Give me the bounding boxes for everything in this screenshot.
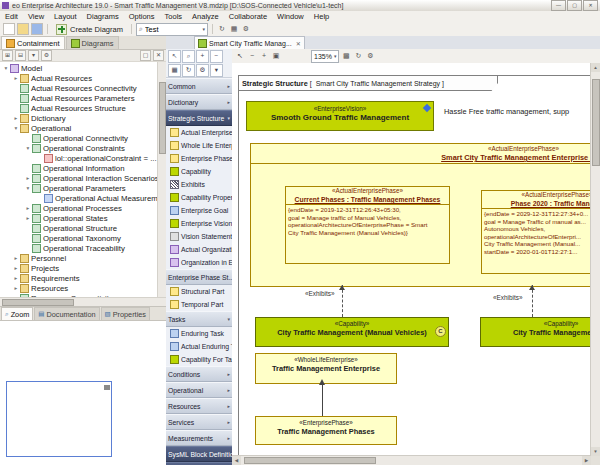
menu-tools[interactable]: Tools (160, 12, 188, 21)
diagram-settings-icon[interactable]: ⚙ (365, 51, 375, 61)
scrollbar-thumb[interactable] (244, 457, 376, 464)
tree-item[interactable]: Actual Resources Connectivity (0, 83, 166, 93)
collapse-icon[interactable]: ▾ (24, 185, 32, 191)
capability-right-node[interactable]: «Capability» City Traffic Management (M … (480, 317, 591, 347)
actual-enterprise-phase-container[interactable]: «ActualEnterprisePhase» Smart City Traff… (250, 143, 591, 287)
refresh-icon[interactable]: ↻ (353, 51, 363, 61)
tab-containment[interactable]: Containment (1, 36, 65, 49)
vision-statement-text[interactable]: Hassle Free traffic management, supp (444, 107, 591, 116)
new-project-icon[interactable] (3, 23, 15, 35)
caret-down-icon[interactable]: ▾ (202, 26, 205, 32)
palette-section-sysml-block-definition[interactable]: SysML Block Definitio▸ (166, 446, 232, 462)
palette-section-conditions[interactable]: Conditions▸ (166, 366, 232, 382)
palette-item-organization-in-enterprise[interactable]: Organization in E... (166, 256, 232, 269)
palette-item-vision-statement[interactable]: Vision Statement (166, 230, 232, 243)
whole-life-enterprise-node[interactable]: «WholeLifeEnterprise» Traffic Management… (255, 353, 397, 384)
palette-section-tasks[interactable]: Tasks▾ (166, 311, 232, 327)
palette-section-operational[interactable]: Operational▸ (166, 382, 232, 398)
open-project-icon[interactable] (17, 23, 29, 35)
expand-icon[interactable]: ▸ (12, 285, 20, 291)
canvas-horizontal-scrollbar[interactable]: ◀ ▶ (232, 455, 591, 465)
tree-item[interactable]: Operational Connectivity (0, 133, 166, 143)
tree-item[interactable]: ▾Operational (0, 123, 166, 133)
enterprise-phase-node[interactable]: «EnterprisePhase» Traffic Management Pha… (255, 416, 397, 445)
tree-item[interactable]: Operational Actual Measurements (.slks) (0, 193, 166, 203)
zoom-level-combo[interactable]: 135% ▾ (311, 50, 339, 63)
palette-item-enterprise-phase[interactable]: Enterprise Phase (166, 152, 232, 165)
menu-window[interactable]: Window (272, 12, 309, 21)
tree-item[interactable]: Operational Information (0, 163, 166, 173)
expand-icon[interactable]: ▸ (12, 265, 20, 271)
pointer-tool-icon[interactable]: ↖ (168, 50, 181, 63)
quick-search-box[interactable]: ⌕ ▾ (136, 23, 208, 36)
grid-toggle-icon[interactable]: ▩ (341, 51, 351, 61)
palette-item-enterprise-vision[interactable]: Enterprise Vision (166, 217, 232, 230)
close-button[interactable]: ✕ (583, 0, 598, 11)
tree-item[interactable]: Operational Structure (0, 223, 166, 233)
palette-item-actual-enterprise-phase[interactable]: Actual Enterprise P... (166, 126, 232, 139)
scroll-up-icon[interactable]: ▲ (591, 63, 600, 72)
settings-tool-icon[interactable]: ⚙ (196, 64, 209, 77)
undo-icon[interactable]: ↻ (217, 24, 227, 34)
expand-icon[interactable]: ▸ (24, 205, 32, 211)
palette-section-strategic-structure[interactable]: Strategic Structure▾ (166, 110, 232, 126)
expand-icon[interactable]: ▸ (12, 275, 20, 281)
tree-item[interactable]: ▸Resources (0, 283, 166, 293)
current-phases-node[interactable]: «ActualEnterprisePhase» Current Phases :… (285, 186, 450, 264)
phase-structure-edge[interactable] (322, 381, 323, 416)
tree-item[interactable]: ▸Operational States (0, 213, 166, 223)
palette-item-structural-part[interactable]: Structural Part (166, 285, 232, 298)
menu-layout[interactable]: Layout (49, 12, 82, 21)
tab-zoom[interactable]: ⌕Zoom (1, 307, 33, 320)
scroll-left-icon[interactable]: ◀ (232, 456, 241, 465)
palette-item-capability-for-task[interactable]: Capability For Task (166, 353, 232, 366)
menu-options[interactable]: Options (124, 12, 160, 21)
close-tab-icon[interactable]: ✕ (296, 40, 301, 47)
palette-item-capability-property[interactable]: Capability Property (166, 191, 232, 204)
menu-view[interactable]: View (23, 12, 49, 21)
collapse-icon[interactable]: ▾ (24, 145, 32, 151)
refresh-tool-icon[interactable]: ↻ (182, 64, 195, 77)
palette-section-resources[interactable]: Resources▸ (166, 398, 232, 414)
palette-item-exhibits[interactable]: Exhibits (166, 178, 232, 191)
tab-documentation[interactable]: ▤Documentation (34, 307, 99, 320)
palette-section-enterprise-phase-structure[interactable]: Enterprise Phase St...▾ (166, 269, 232, 285)
collapse-icon[interactable]: ▾ (2, 65, 10, 71)
palette-section-common[interactable]: Common▸ (166, 78, 232, 94)
menu-collaborate[interactable]: Collaborate (224, 12, 272, 21)
grid-icon[interactable]: ▦ (229, 24, 239, 34)
tree-item[interactable]: ▸Actual Resources (0, 73, 166, 83)
enterprise-vision-node[interactable]: «EnterpriseVision» Smooth Ground Traffic… (246, 101, 434, 131)
expand-icon[interactable]: ▸ (12, 75, 20, 81)
create-diagram-button[interactable]: Create Diagram (52, 23, 127, 36)
zoom-out-tool-icon[interactable]: − (210, 50, 223, 63)
minimize-button[interactable]: — (551, 0, 566, 11)
menu-edit[interactable]: Edit (0, 12, 23, 21)
filter-tool-icon[interactable]: ▾ (210, 64, 223, 77)
collapse-all-icon[interactable]: ⊟ (15, 50, 26, 61)
scrollbar-thumb[interactable] (592, 79, 600, 166)
settings-icon[interactable]: ⚙ (241, 24, 251, 34)
tree-item[interactable]: lol::operationalConstraint = ... (0, 153, 166, 163)
tree-settings-icon[interactable]: ⚙ (41, 50, 52, 61)
tree-item[interactable]: ▾Operational Parameters (0, 183, 166, 193)
tree-item[interactable]: ▸Requirements (0, 273, 166, 283)
palette-item-enduring-task[interactable]: Enduring Task (166, 327, 232, 340)
tree-item[interactable]: Actual Resources Structure (0, 103, 166, 113)
tab-diagrams[interactable]: Diagrams (66, 36, 119, 49)
scroll-right-icon[interactable]: ▶ (582, 456, 591, 465)
collapse-icon[interactable]: ▾ (12, 125, 20, 131)
capability-manual-vehicles-node[interactable]: «Capability» City Traffic Management (Ma… (255, 317, 449, 347)
canvas-vertical-scrollbar[interactable]: ▲ ▼ (590, 63, 600, 456)
maximize-button[interactable]: ▢ (567, 0, 582, 11)
tab-properties[interactable]: ▧Properties (101, 307, 150, 320)
diagram-canvas[interactable]: Strategic Structure [ Smart City Traffic… (232, 63, 591, 456)
expand-all-icon[interactable]: ⊞ (2, 50, 13, 61)
menu-help[interactable]: Help (309, 12, 334, 21)
tree-vertical-scrollbar[interactable] (157, 62, 166, 297)
tree-item[interactable]: ▸Operational Interaction Scenarios (0, 173, 166, 183)
menu-analyze[interactable]: Analyze (187, 12, 224, 21)
tree-item[interactable]: ▸Operational Processes (0, 203, 166, 213)
search-input[interactable] (145, 25, 201, 34)
palette-item-actual-organization[interactable]: Actual Organization (166, 243, 232, 256)
